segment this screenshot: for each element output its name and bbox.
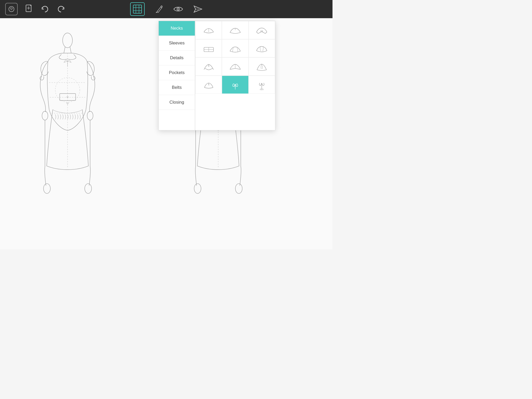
collar-cell-0-1[interactable] — [222, 21, 248, 39]
collar-cell-1-2[interactable] — [249, 39, 275, 57]
sidebar-item-pockets[interactable]: Pockets — [159, 65, 195, 80]
sidebar-item-belts[interactable]: Belts — [159, 80, 195, 95]
logo-icon[interactable] — [5, 3, 18, 15]
collar-cell-1-1[interactable] — [222, 39, 248, 57]
sidebar-item-sleeves[interactable]: Sleeves — [159, 36, 195, 51]
closing-cell-2[interactable] — [249, 76, 275, 94]
pencil-icon[interactable] — [155, 5, 163, 14]
panel-sidebar: Necks Sleeves Details Pockets Belts Clos… — [159, 21, 195, 130]
sidebar-item-closing[interactable]: Closing — [159, 95, 195, 110]
redo-icon[interactable] — [57, 5, 65, 13]
closing-cell-1[interactable] — [222, 76, 248, 94]
svg-line-14 — [70, 47, 71, 53]
collar-cell-1-0[interactable] — [195, 39, 222, 57]
svg-point-25 — [43, 184, 50, 194]
undo-icon[interactable] — [41, 5, 49, 13]
eye-icon[interactable] — [173, 6, 183, 12]
sidebar-item-necks[interactable]: Necks — [159, 21, 195, 36]
closing-cell-0[interactable] — [195, 76, 222, 94]
collar-grid — [195, 21, 275, 130]
svg-text:Ψ: Ψ — [66, 102, 69, 105]
svg-point-22 — [87, 111, 93, 120]
svg-point-47 — [235, 85, 236, 87]
main-content: Ψ — [0, 18, 332, 249]
list-view-icon[interactable] — [130, 2, 145, 16]
category-panel: Necks Sleeves Details Pockets Belts Clos… — [158, 21, 275, 130]
toolbar-left — [5, 3, 65, 15]
front-sketch: Ψ — [26, 29, 109, 205]
empty-cell-4 — [222, 112, 248, 130]
toolbar-center — [130, 2, 202, 16]
empty-cell-3 — [195, 112, 222, 130]
collar-cell-2-2[interactable] — [249, 57, 275, 76]
sidebar-item-details[interactable]: Details — [159, 51, 195, 65]
svg-rect-20 — [60, 94, 76, 100]
svg-point-24 — [42, 111, 48, 120]
collar-cell-0-0[interactable] — [195, 21, 222, 39]
send-icon[interactable] — [194, 5, 202, 13]
toolbar — [0, 0, 332, 18]
svg-point-12 — [63, 33, 72, 48]
svg-point-10 — [178, 9, 179, 10]
svg-line-13 — [64, 47, 65, 53]
svg-point-37 — [235, 184, 242, 194]
new-document-icon[interactable] — [25, 4, 33, 14]
empty-cell-0 — [195, 94, 222, 112]
svg-point-39 — [194, 184, 201, 194]
collar-cell-2-0[interactable] — [195, 57, 222, 76]
svg-point-23 — [85, 184, 91, 194]
collar-cell-2-1[interactable] — [222, 57, 248, 76]
svg-rect-4 — [133, 5, 142, 13]
empty-cell-5 — [249, 112, 275, 130]
empty-cell-1 — [222, 94, 248, 112]
empty-cell-2 — [249, 94, 275, 112]
collar-cell-0-2[interactable] — [249, 21, 275, 39]
